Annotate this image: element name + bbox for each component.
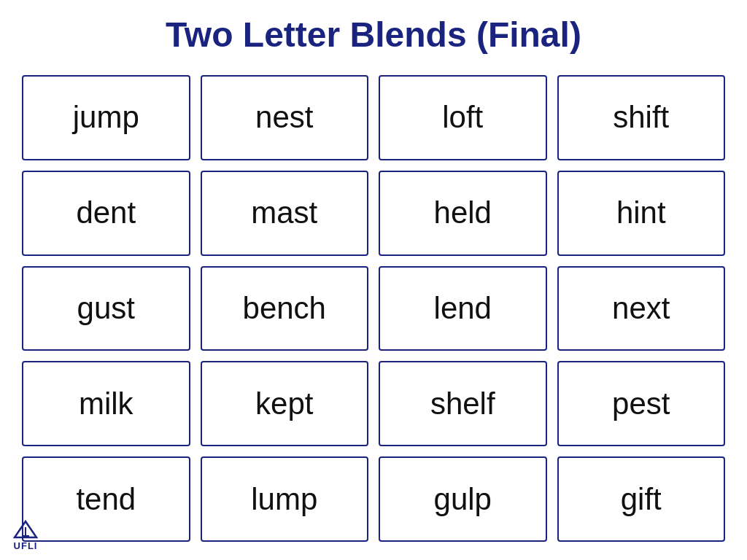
word-card-jump: jump: [22, 75, 190, 160]
page-title: Two Letter Blends (Final): [0, 0, 747, 68]
word-card-lump: lump: [201, 456, 369, 542]
word-card-gust: gust: [22, 266, 190, 351]
word-card-hint: hint: [557, 171, 726, 256]
word-card-mast: mast: [201, 171, 369, 256]
word-card-gulp: gulp: [379, 456, 547, 542]
word-card-next: next: [557, 266, 726, 351]
word-card-dent: dent: [22, 171, 190, 256]
word-card-kept: kept: [201, 361, 369, 446]
word-card-gift: gift: [557, 456, 726, 542]
word-card-nest: nest: [201, 75, 369, 160]
word-card-lend: lend: [379, 266, 547, 351]
logo-text: UFLI: [14, 540, 38, 551]
word-card-shift: shift: [557, 75, 726, 160]
word-card-bench: bench: [201, 266, 369, 351]
word-card-pest: pest: [557, 361, 726, 446]
word-grid: jumpnestloftshiftdentmastheldhintgustben…: [0, 68, 747, 549]
logo: UFLI: [13, 520, 38, 551]
word-card-loft: loft: [379, 75, 547, 160]
word-card-shelf: shelf: [379, 361, 547, 446]
word-card-milk: milk: [22, 361, 190, 446]
word-card-held: held: [379, 171, 547, 256]
word-card-tend: tend: [22, 456, 190, 542]
logo-icon: [13, 520, 38, 540]
